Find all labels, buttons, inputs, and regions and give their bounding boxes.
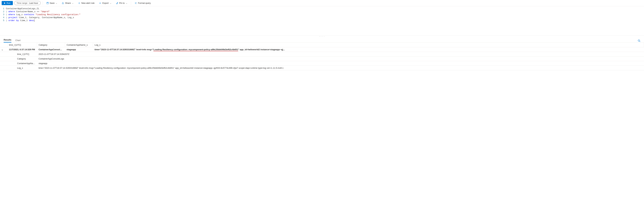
pin-button[interactable]: Pin to ⌵ xyxy=(114,1,129,5)
plus-icon xyxy=(78,2,80,4)
run-label: Run xyxy=(6,2,10,4)
detail-value: ContainerAppConsoleLogs xyxy=(37,57,644,61)
expand-toggle[interactable]: ⌵ xyxy=(0,47,7,52)
detail-value: 2023-11-07T18:37:14.5294207Z xyxy=(37,52,644,57)
table-row[interactable]: ⌵ 11/7/2023, 6:37:14.529 PM ContainerApp… xyxy=(0,47,644,52)
tab-results[interactable]: Results xyxy=(4,38,11,43)
cell-log: time="2023-11-07T18:37:14.529331669Z" le… xyxy=(93,47,644,52)
pane-splitter[interactable]: · · · · xyxy=(0,35,644,37)
detail-value: stageapp xyxy=(37,61,644,66)
share-label: Share xyxy=(65,2,71,4)
share-button[interactable]: Share ⌵ xyxy=(60,1,75,5)
col-expander[interactable] xyxy=(0,43,7,47)
query-toolbar: Run Time range : Last hour Save ⌵ Share … xyxy=(0,0,644,6)
format-icon xyxy=(135,2,137,4)
col-log[interactable]: Log_s xyxy=(93,43,644,47)
play-icon xyxy=(4,2,6,4)
results-tabs: Results Chart xyxy=(0,37,644,43)
detail-key: time_t [UTC] xyxy=(7,52,37,57)
export-icon xyxy=(99,2,102,4)
export-button[interactable]: Export ⌵ xyxy=(98,1,113,5)
cell-time: 11/7/2023, 6:37:14.529 PM xyxy=(7,47,37,52)
results-grid: time_t [UTC] Category ContainerAppName_s… xyxy=(0,43,644,70)
export-label: Export xyxy=(102,2,109,4)
new-alert-button[interactable]: New alert rule xyxy=(76,1,96,5)
format-label: Format query xyxy=(138,2,151,4)
search-icon xyxy=(638,39,640,42)
share-icon xyxy=(62,2,64,4)
detail-key: Log_s xyxy=(7,66,37,70)
col-name[interactable]: ContainerAppName_s xyxy=(65,43,93,47)
new-alert-label: New alert rule xyxy=(81,2,94,4)
time-range-label: Time range : xyxy=(17,2,29,4)
chevron-down-icon: ⌵ xyxy=(56,2,57,4)
chevron-down-icon: ⌵ xyxy=(126,2,127,4)
log-post: " app_id=helloworld2 instance=stageapp--… xyxy=(238,48,285,51)
chevron-down-icon: ⌵ xyxy=(110,2,111,4)
detail-row-category: Category ContainerAppConsoleLogs xyxy=(0,57,644,61)
log-pre: time="2023-11-07T18:37:14.529331669Z" le… xyxy=(94,48,154,51)
results-search-button[interactable] xyxy=(638,39,640,43)
detail-key: Category xyxy=(7,57,37,61)
grid-header: time_t [UTC] Category ContainerAppName_s… xyxy=(0,43,644,47)
save-label: Save xyxy=(50,2,55,4)
detail-value: time="2023-11-07T18:37:14.529331669Z" le… xyxy=(37,66,644,70)
svg-point-2 xyxy=(638,40,640,41)
col-category[interactable]: Category xyxy=(37,43,65,47)
detail-row-name: ContainerAppName_s stageapp xyxy=(0,61,644,66)
svg-rect-1 xyxy=(47,2,48,3)
chevron-down-icon: ⌵ xyxy=(2,48,3,51)
save-icon xyxy=(46,2,49,4)
cell-name: stageapp xyxy=(65,47,93,52)
detail-row-time: time_t [UTC] 2023-11-07T18:37:14.5294207… xyxy=(0,52,644,57)
code-area[interactable]: ContainerAppConsoleLogs_CL| where Contai… xyxy=(6,7,644,22)
log-highlight: Loading Resiliency configuration: mycomp… xyxy=(154,48,238,51)
query-editor[interactable]: 12345 ContainerAppConsoleLogs_CL| where … xyxy=(0,6,644,22)
time-range-value: Last hour xyxy=(29,2,38,4)
detail-row-log: Log_s time="2023-11-07T18:37:14.52933166… xyxy=(0,66,644,70)
col-time[interactable]: time_t [UTC] xyxy=(7,43,37,47)
chevron-down-icon: ⌵ xyxy=(72,2,74,4)
time-range-picker[interactable]: Time range : Last hour xyxy=(14,1,41,5)
tab-chart[interactable]: Chart xyxy=(15,38,20,43)
pin-icon xyxy=(116,2,118,4)
cell-category: ContainerAppConsoleLogs xyxy=(37,47,65,52)
line-gutter: 12345 xyxy=(0,7,6,22)
detail-key: ContainerAppName_s xyxy=(7,61,37,66)
save-button[interactable]: Save ⌵ xyxy=(45,1,59,5)
svg-rect-0 xyxy=(46,2,48,4)
pin-label: Pin to xyxy=(119,2,125,4)
format-button[interactable]: Format query xyxy=(133,1,152,5)
run-button[interactable]: Run xyxy=(2,1,13,5)
